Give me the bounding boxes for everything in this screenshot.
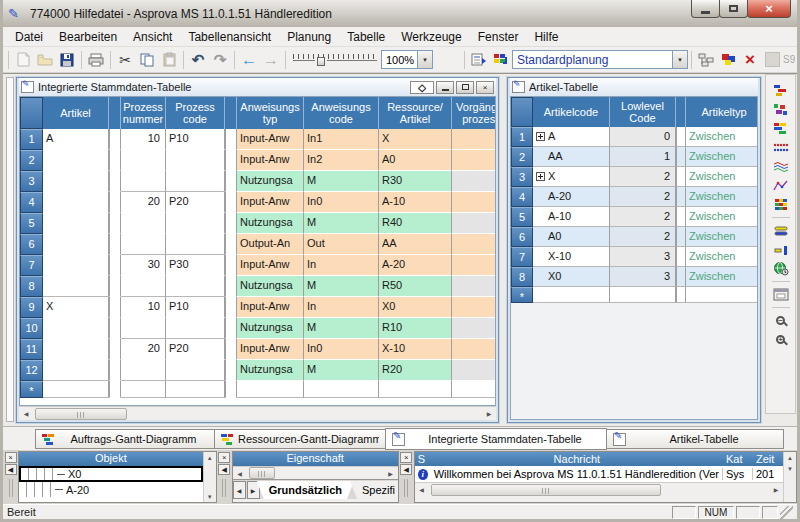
row-header[interactable]: 3 xyxy=(20,171,43,192)
panel-collapse-button[interactable] xyxy=(400,464,412,475)
cell-prozesscode[interactable]: P10 xyxy=(166,129,225,150)
scroll-left-button[interactable] xyxy=(415,484,429,496)
menu-item[interactable]: Hilfe xyxy=(526,28,566,46)
scroll-down-button[interactable] xyxy=(784,463,796,474)
collapsed-columns[interactable] xyxy=(676,187,686,207)
scroll-thumb[interactable] xyxy=(431,484,661,496)
cell-artikeltyp[interactable]: Zwischen xyxy=(686,247,758,267)
collapsed-columns[interactable] xyxy=(109,234,121,255)
column-header-artikeltyp[interactable]: Artikeltyp xyxy=(686,97,758,127)
menu-item[interactable]: Datei xyxy=(7,28,51,46)
master-hscrollbar[interactable] xyxy=(19,406,496,420)
row-header[interactable]: 2 xyxy=(20,150,43,171)
child-close-button[interactable] xyxy=(476,81,494,94)
copy-icon[interactable] xyxy=(136,49,158,71)
cell-anweisungscode[interactable]: In2 xyxy=(304,150,379,171)
cell-ressource[interactable]: A-10 xyxy=(379,192,452,213)
objekt-title[interactable]: Objekt xyxy=(19,452,203,466)
cut-icon[interactable] xyxy=(114,49,136,71)
column-header-kat[interactable]: Kat xyxy=(723,452,753,466)
cell-artikeltyp[interactable]: Zwischen xyxy=(686,267,758,287)
cell-prozessnummer[interactable] xyxy=(121,171,166,192)
cell-artikeltyp[interactable] xyxy=(686,287,758,303)
cell-anweisungstyp[interactable]: Nutzungsa xyxy=(237,318,304,339)
row-header[interactable]: 8 xyxy=(20,276,43,297)
column-header-anweisungscode[interactable]: Anweisungs code xyxy=(304,97,379,129)
tab-ressourcen-gantt[interactable]: Ressourcen-Gantt-Diagramm xyxy=(214,429,386,449)
cell-ressource[interactable]: X xyxy=(379,129,452,150)
cell-prozessnummer[interactable] xyxy=(121,276,166,297)
display-settings-icon[interactable] xyxy=(468,49,490,71)
cell-artikel[interactable] xyxy=(43,255,109,276)
scroll-thumb[interactable] xyxy=(249,467,275,479)
column-header-prozesscode[interactable]: Prozess code xyxy=(166,97,225,129)
column-header-anweisungstyp[interactable]: Anweisungs typ xyxy=(237,97,304,129)
corner-header[interactable] xyxy=(511,97,533,127)
row-header[interactable]: 3 xyxy=(511,167,533,187)
cell-artikelcode[interactable] xyxy=(533,287,610,303)
corner-header[interactable] xyxy=(20,97,43,129)
tab-stammdaten-tabelle[interactable]: Integrierte Stammdaten-Tabelle xyxy=(385,428,607,450)
cell-prozesscode[interactable] xyxy=(166,318,225,339)
cell-artikel[interactable] xyxy=(43,360,109,381)
cell-lowlevel[interactable]: 0 xyxy=(610,127,676,147)
cell-artikelcode[interactable]: X xyxy=(533,167,610,187)
child-restore-button[interactable] xyxy=(456,81,474,94)
cell-anweisungscode[interactable]: M xyxy=(304,276,379,297)
cell-artikel[interactable] xyxy=(43,192,109,213)
cell-artikeltyp[interactable]: Zwischen xyxy=(686,147,758,167)
cell-anweisungscode[interactable]: M xyxy=(304,171,379,192)
collapsed-columns[interactable] xyxy=(225,171,237,192)
cell-artikeltyp[interactable]: Zwischen xyxy=(686,227,758,247)
collapsed-column-header[interactable] xyxy=(109,97,121,129)
collapsed-columns[interactable] xyxy=(225,276,237,297)
delete-icon[interactable] xyxy=(739,49,761,71)
open-file-icon[interactable] xyxy=(34,49,56,71)
collapsed-columns[interactable] xyxy=(676,287,686,303)
cell-prozessnummer[interactable]: 10 xyxy=(121,129,166,150)
collapsed-columns[interactable] xyxy=(109,150,121,171)
tab-scroll-left-button[interactable] xyxy=(233,481,246,499)
cell-artikelcode[interactable]: AA xyxy=(533,147,610,167)
cell-artikel[interactable]: X xyxy=(43,297,109,318)
cell-vorgaenger[interactable] xyxy=(452,192,496,213)
cell-anweisungscode[interactable]: In xyxy=(304,255,379,276)
row-header[interactable]: 6 xyxy=(20,234,43,255)
column-header-ressource[interactable]: Ressource/ Artikel xyxy=(379,97,452,129)
collapsed-column-header[interactable] xyxy=(225,97,237,129)
cell-lowlevel[interactable]: 2 xyxy=(610,227,676,247)
resize-grip[interactable] xyxy=(780,506,793,519)
cell-vorgaenger[interactable] xyxy=(452,213,496,234)
cell-anweisungstyp[interactable]: Nutzungsa xyxy=(237,276,304,297)
collapsed-columns[interactable] xyxy=(109,360,121,381)
row-header[interactable]: 11 xyxy=(20,339,43,360)
zoom-level-select[interactable]: 100% xyxy=(381,50,433,69)
scroll-thumb[interactable] xyxy=(35,408,127,420)
cell-ressource[interactable]: R40 xyxy=(379,213,452,234)
collapsed-columns[interactable] xyxy=(676,167,686,187)
print-icon[interactable] xyxy=(85,49,107,71)
cell-anweisungstyp[interactable]: Input-Anw xyxy=(237,129,304,150)
cell-anweisungstyp[interactable] xyxy=(237,381,304,398)
menu-item[interactable]: Tabelle xyxy=(339,28,393,46)
new-file-icon[interactable] xyxy=(12,49,34,71)
forward-icon[interactable] xyxy=(260,49,282,71)
resource-gantt-icon[interactable] xyxy=(771,119,791,138)
panel-grip[interactable] xyxy=(404,479,408,497)
collapsed-columns[interactable] xyxy=(109,318,121,339)
color-settings-icon[interactable] xyxy=(717,49,739,71)
cell-ressource[interactable]: R10 xyxy=(379,318,452,339)
cell-prozesscode[interactable] xyxy=(166,360,225,381)
cell-anweisungscode[interactable]: M xyxy=(304,360,379,381)
collapsed-columns[interactable] xyxy=(109,129,121,150)
collapsed-columns[interactable] xyxy=(225,297,237,318)
globe-time-icon[interactable] xyxy=(771,259,791,278)
zoom-out-icon[interactable]: − xyxy=(771,311,791,330)
collapsed-columns[interactable] xyxy=(109,339,121,360)
expand-icon[interactable] xyxy=(536,132,545,141)
column-header-vorgaenger[interactable]: Vorgänger prozess xyxy=(452,97,496,129)
list-item-selected[interactable]: X0 xyxy=(19,466,203,482)
cell-anweisungscode[interactable]: In0 xyxy=(304,339,379,360)
cell-anweisungscode[interactable]: M xyxy=(304,213,379,234)
cell-prozessnummer[interactable]: 30 xyxy=(121,255,166,276)
